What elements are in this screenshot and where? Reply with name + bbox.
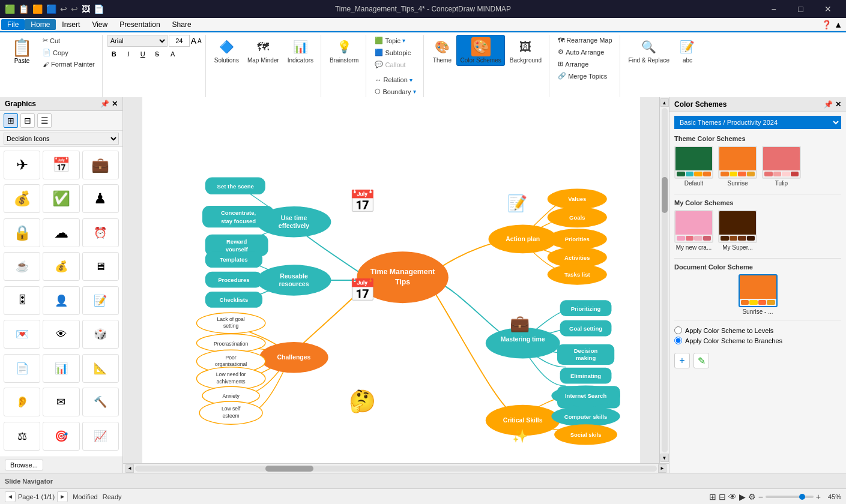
page-next-button[interactable]: ►	[57, 491, 68, 502]
solutions-button[interactable]: 🔷 Solutions	[211, 35, 243, 66]
expand-icon[interactable]: ▲	[834, 20, 842, 29]
radio-branches[interactable]: Apply Color Scheme to Branches	[674, 337, 841, 344]
list-item[interactable]: 👂	[4, 388, 40, 416]
zoom-plus-button[interactable]: +	[816, 492, 821, 502]
font-size-input[interactable]	[169, 35, 190, 47]
find-replace-button[interactable]: 🔍 Find & Replace	[625, 35, 673, 66]
maximize-button[interactable]: □	[787, 0, 814, 18]
menu-share[interactable]: Share	[166, 19, 198, 30]
merge-topics-button[interactable]: 🔗 Merge Topics	[554, 70, 611, 82]
list-item[interactable]: 👁	[43, 320, 79, 349]
page-prev-button[interactable]: ◄	[5, 491, 16, 502]
auto-arrange-button[interactable]: ⚙ Auto Arrange	[554, 46, 608, 58]
menu-view[interactable]: View	[86, 19, 113, 30]
radio-branches-input[interactable]	[674, 337, 682, 344]
list-item[interactable]: 🎲	[82, 320, 119, 349]
list-item[interactable]: 🔒	[4, 218, 40, 247]
scroll-thumb-h[interactable]	[265, 466, 313, 472]
my-scheme-2[interactable]: My Super...	[718, 210, 757, 251]
scheme-default[interactable]: Default	[674, 146, 713, 187]
topic-button[interactable]: 🟩 Topic ▾	[371, 35, 409, 46]
color-schemes-button[interactable]: 🎨 Color Schemes	[456, 35, 504, 66]
list-item[interactable]: 🖥	[82, 252, 119, 281]
browse-button[interactable]: Browse...	[5, 460, 43, 470]
panel-close-icon[interactable]: ✕	[835, 100, 841, 109]
sidebar-pin-icon[interactable]: 📌	[100, 100, 109, 108]
scheme-sunrise[interactable]: Sunrise	[718, 146, 757, 187]
canvas-area[interactable]: Time Management Tips Use time effectivel…	[123, 97, 659, 463]
relation-button[interactable]: ↔ Relation ▾	[371, 74, 415, 85]
view-icon-2[interactable]: ⊟	[719, 492, 726, 502]
sidebar-close-icon[interactable]: ✕	[112, 100, 118, 108]
list-item[interactable]: ✉	[43, 388, 79, 416]
menu-presentation[interactable]: Presentation	[113, 19, 166, 30]
list-item[interactable]: 📝	[82, 286, 119, 315]
scheme-tulip[interactable]: Tulip	[762, 146, 801, 187]
brainstorm-button[interactable]: 💡 Brainstorm	[326, 35, 362, 66]
sidebar-list-btn[interactable]: ☰	[37, 113, 52, 128]
theme-dropdown-select[interactable]: Basic Themes / Productivity 2024	[674, 116, 841, 129]
list-item[interactable]: ✈	[4, 151, 40, 179]
list-item[interactable]: ♟	[82, 184, 119, 213]
underline-button[interactable]: U	[136, 48, 150, 60]
background-button[interactable]: 🖼 Background	[506, 35, 545, 66]
indicators-button[interactable]: 📊 Indicators	[284, 35, 317, 66]
scroll-left-button[interactable]: ◄	[125, 464, 134, 473]
scroll-up-button[interactable]: ▲	[660, 98, 669, 107]
view-icon-3[interactable]: 👁	[728, 492, 737, 502]
list-item[interactable]: 💼	[82, 151, 119, 179]
zoom-thumb[interactable]	[799, 494, 805, 500]
edit-scheme-button[interactable]: ✎	[693, 353, 709, 368]
list-item[interactable]: 🎯	[43, 422, 79, 451]
boundary-button[interactable]: ⬡ Boundary ▾	[371, 86, 419, 97]
scroll-thumb[interactable]	[662, 177, 668, 213]
callout-button[interactable]: 💬 Callout	[371, 59, 409, 70]
list-item[interactable]: ⚖	[4, 422, 40, 451]
close-button[interactable]: ✕	[814, 0, 841, 18]
category-select[interactable]: Decision Icons	[4, 133, 119, 145]
list-item[interactable]: 💰	[43, 252, 79, 281]
spelling-button[interactable]: 📝 abc	[674, 35, 701, 66]
font-family-select[interactable]: Arial	[107, 35, 168, 47]
arrange-button[interactable]: ⊞ Arrange	[554, 58, 592, 70]
zoom-minus-button[interactable]: −	[758, 492, 763, 502]
scroll-right-button[interactable]: ►	[658, 464, 666, 473]
list-item[interactable]: 🎛	[4, 286, 40, 315]
list-item[interactable]: 📈	[82, 422, 119, 451]
list-item[interactable]: 📐	[82, 354, 119, 383]
copy-button[interactable]: 📄 Copy	[39, 47, 98, 58]
list-item[interactable]: 💌	[4, 320, 40, 349]
my-scheme-1[interactable]: My new cra...	[674, 210, 713, 251]
radio-levels-input[interactable]	[674, 326, 682, 334]
radio-levels[interactable]: Apply Color Scheme to Levels	[674, 326, 841, 334]
font-color-button[interactable]: A	[166, 48, 180, 60]
minimize-button[interactable]: −	[760, 0, 787, 18]
sidebar-large-icons-btn[interactable]: ⊞	[4, 113, 18, 128]
strikethrough-button[interactable]: S̶	[151, 48, 164, 60]
add-scheme-button[interactable]: +	[674, 353, 690, 368]
menu-file[interactable]: File	[1, 19, 25, 30]
settings-icon[interactable]: ⚙	[748, 492, 756, 502]
menu-home[interactable]: Home	[25, 19, 56, 30]
italic-button[interactable]: I	[122, 48, 135, 60]
view-icon-1[interactable]: ⊞	[709, 492, 716, 502]
map-minder-button[interactable]: 🗺 Map Minder	[244, 35, 283, 66]
paste-button[interactable]: 📋 Paste	[6, 35, 38, 67]
rearrange-map-button[interactable]: 🗺 Rearrange Map	[554, 35, 615, 46]
help-icon[interactable]: ❓	[821, 20, 832, 29]
panel-pin-icon[interactable]: 📌	[824, 100, 833, 109]
list-item[interactable]: 📊	[43, 354, 79, 383]
doc-scheme-item[interactable]: Sunrise - ...	[674, 274, 841, 315]
menu-insert[interactable]: Insert	[56, 19, 86, 30]
sidebar-small-icons-btn[interactable]: ⊟	[20, 113, 35, 128]
list-item[interactable]: 📄	[4, 354, 40, 383]
format-painter-button[interactable]: 🖌 Format Painter	[39, 59, 98, 70]
list-item[interactable]: 💰	[4, 184, 40, 213]
list-item[interactable]: ✅	[43, 184, 79, 213]
play-icon[interactable]: ▶	[739, 492, 746, 502]
list-item[interactable]: 👤	[43, 286, 79, 315]
bold-button[interactable]: B	[107, 48, 121, 60]
scroll-down-button[interactable]: ▼	[660, 454, 669, 462]
theme-button[interactable]: 🎨 Theme	[429, 35, 455, 66]
font-shrink-icon[interactable]: A	[198, 38, 202, 44]
